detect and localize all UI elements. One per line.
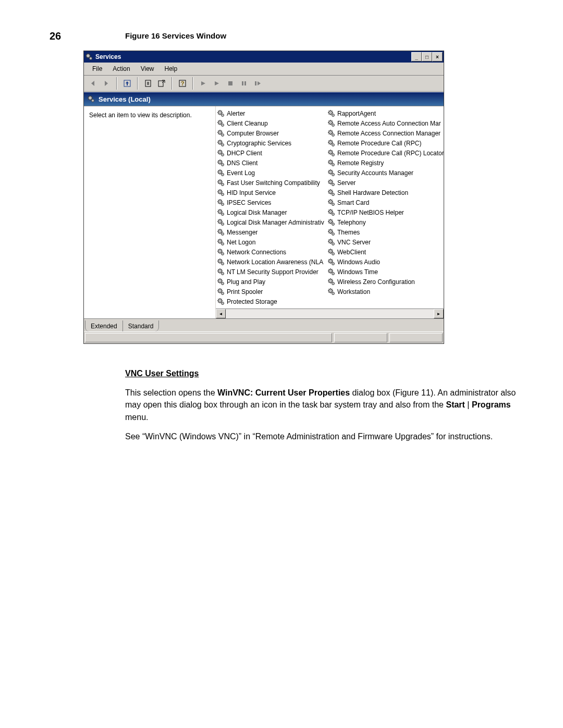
service-name: Shell Hardware Detection — [337, 189, 408, 196]
service-name: Network Location Awareness (NLA — [227, 258, 323, 266]
menu-action[interactable]: Action — [107, 65, 135, 72]
service-icon — [217, 278, 225, 286]
service-name: Remote Procedure Call (RPC) — [337, 140, 421, 147]
scroll-right-icon[interactable]: ► — [434, 309, 444, 318]
service-name: Workstation — [337, 288, 370, 295]
service-item[interactable]: Event Log — [217, 168, 326, 178]
restart-icon[interactable] — [252, 78, 263, 89]
service-name: VNC Server — [337, 239, 371, 246]
service-name: Remote Registry — [337, 159, 384, 167]
service-icon — [217, 208, 225, 217]
service-item[interactable]: Windows Time — [327, 267, 437, 277]
service-item[interactable]: Workstation — [327, 287, 437, 297]
service-item[interactable]: Client Cleanup — [217, 118, 326, 128]
service-item[interactable]: Server — [327, 178, 437, 188]
service-item[interactable]: Windows Audio — [327, 257, 437, 267]
service-item[interactable]: Alerter — [217, 108, 326, 118]
service-icon — [327, 268, 336, 276]
help-icon[interactable]: ? — [177, 78, 188, 89]
svg-rect-17 — [244, 81, 246, 85]
service-item[interactable]: IPSEC Services — [217, 198, 326, 207]
pause-icon[interactable] — [238, 78, 250, 89]
service-name: Telephony — [337, 219, 366, 226]
tab-standard[interactable]: Standard — [123, 320, 160, 331]
service-item[interactable]: Cryptographic Services — [217, 138, 326, 148]
service-item[interactable]: Security Accounts Manager — [327, 168, 437, 178]
service-icon — [217, 288, 225, 296]
maximize-button[interactable]: □ — [422, 52, 432, 61]
service-item[interactable]: Shell Hardware Detection — [327, 188, 437, 198]
menu-help[interactable]: Help — [160, 65, 183, 72]
service-name: Cryptographic Services — [227, 140, 291, 147]
service-name: Logical Disk Manager — [227, 209, 287, 216]
service-name: Plug and Play — [227, 278, 265, 286]
service-item[interactable]: Plug and Play — [217, 277, 326, 287]
service-item[interactable]: Logical Disk Manager Administrativ — [217, 217, 326, 227]
service-item[interactable]: Network Connections — [217, 247, 326, 257]
service-item[interactable]: DHCP Client — [217, 148, 326, 158]
service-name: Logical Disk Manager Administrativ — [227, 219, 324, 226]
service-item[interactable]: VNC Server — [327, 237, 437, 247]
service-icon — [217, 238, 225, 246]
play2-icon[interactable] — [211, 78, 223, 89]
service-item[interactable]: Remote Access Connection Manager — [327, 128, 437, 138]
service-item[interactable]: WebClient — [327, 247, 437, 257]
service-item[interactable]: Protected Storage — [217, 297, 326, 306]
scroll-track[interactable] — [226, 309, 434, 318]
service-icon — [217, 179, 225, 187]
horizontal-scrollbar[interactable]: ◄ ► — [216, 309, 444, 318]
service-item[interactable]: Print Spooler — [217, 287, 326, 297]
service-icon — [217, 119, 225, 128]
service-name: Wireless Zero Configuration — [337, 278, 415, 286]
refresh-icon[interactable] — [142, 78, 154, 89]
service-item[interactable]: Remote Procedure Call (RPC) — [327, 138, 437, 148]
forward-icon[interactable] — [101, 78, 112, 89]
service-item[interactable]: Net Logon — [217, 237, 326, 247]
service-icon — [217, 228, 225, 237]
service-icon — [217, 159, 225, 167]
menu-file[interactable]: File — [87, 65, 107, 72]
service-item[interactable]: Remote Access Auto Connection Mar — [327, 118, 437, 128]
service-icon — [217, 149, 225, 157]
service-item[interactable]: Network Location Awareness (NLA — [217, 257, 326, 267]
menu-view[interactable]: View — [136, 65, 160, 72]
service-icon — [327, 248, 336, 256]
back-icon[interactable] — [87, 78, 99, 89]
service-item[interactable]: DNS Client — [217, 158, 326, 168]
service-name: Windows Time — [337, 268, 378, 276]
service-icon — [327, 119, 336, 128]
service-item[interactable]: Remote Procedure Call (RPC) Locator — [327, 148, 437, 158]
scroll-left-icon[interactable]: ◄ — [216, 309, 226, 318]
titlebar[interactable]: Services _ □ × — [84, 51, 444, 63]
service-item[interactable]: NT LM Security Support Provider — [217, 267, 326, 277]
service-item[interactable]: Telephony — [327, 217, 437, 227]
section-paragraph-2: See “WinVNC (Windows VNC)” in “Remote Ad… — [125, 430, 517, 442]
service-item[interactable]: Computer Browser — [217, 128, 326, 138]
service-icon — [327, 149, 336, 157]
up-icon[interactable] — [121, 78, 133, 89]
service-item[interactable]: RapportAgent — [327, 108, 437, 118]
service-item[interactable]: Smart Card — [327, 198, 437, 207]
play-icon[interactable] — [198, 78, 209, 89]
close-button[interactable]: × — [432, 52, 443, 61]
service-item[interactable]: Wireless Zero Configuration — [327, 277, 437, 287]
service-icon — [327, 139, 336, 147]
stop-icon[interactable] — [225, 78, 236, 89]
description-hint: Select an item to view its description. — [89, 112, 192, 119]
service-name: DHCP Client — [227, 150, 262, 157]
service-item[interactable]: Messenger — [217, 227, 326, 237]
service-item[interactable]: Logical Disk Manager — [217, 207, 326, 217]
service-name: Protected Storage — [227, 298, 277, 305]
window-title: Services — [95, 53, 121, 60]
service-name: RapportAgent — [337, 110, 376, 117]
service-item[interactable]: HID Input Service — [217, 188, 326, 198]
service-item[interactable]: Fast User Switching Compatibility — [217, 178, 326, 188]
tab-extended[interactable]: Extended — [85, 320, 123, 331]
service-item[interactable]: TCP/IP NetBIOS Helper — [327, 207, 437, 217]
service-item[interactable]: Themes — [327, 227, 437, 237]
services-list[interactable]: AlerterClient CleanupComputer BrowserCry… — [216, 106, 444, 318]
minimize-button[interactable]: _ — [411, 52, 422, 61]
export-icon[interactable] — [156, 78, 167, 89]
service-icon — [327, 218, 336, 227]
service-item[interactable]: Remote Registry — [327, 158, 437, 168]
